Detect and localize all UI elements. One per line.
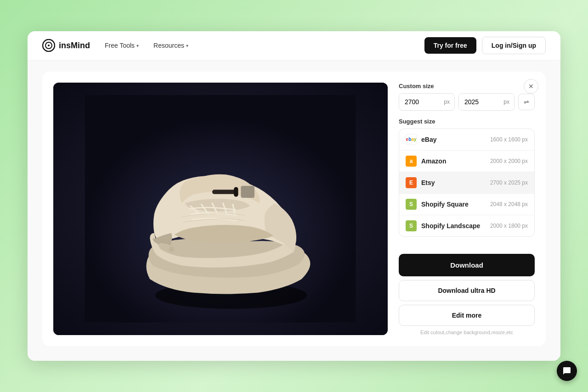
nav-resources-label: Resources: [153, 42, 184, 49]
nav-resources[interactable]: Resources ▾: [153, 42, 188, 49]
edit-more-button[interactable]: Edit more: [399, 305, 535, 326]
custom-size-label: Custom size: [399, 83, 535, 90]
svg-rect-5: [212, 190, 237, 194]
main-content: ✕ Custom size px px ⇌: [28, 61, 560, 361]
svg-rect-6: [234, 187, 238, 197]
nav-free-tools-chevron: ▾: [136, 43, 139, 48]
custom-size-section: Custom size px px ⇌: [399, 83, 535, 111]
svg-point-13: [169, 247, 175, 252]
ebay-size: 1600 x 1600 px: [490, 136, 528, 143]
platform-ebay[interactable]: ebay eBay 1600 x 1600 px: [399, 129, 534, 151]
right-panel: ✕ Custom size px px ⇌: [399, 83, 535, 335]
chat-icon: [562, 366, 571, 375]
height-input[interactable]: [459, 94, 499, 110]
chat-button[interactable]: [557, 361, 577, 381]
platform-amazon[interactable]: a Amazon 2000 x 2000 px: [399, 151, 534, 172]
shoe-svg: [70, 95, 371, 322]
download-ultra-hd-button[interactable]: Download ultra HD: [399, 280, 535, 301]
suggest-size-label: Suggest size: [399, 118, 535, 125]
width-input[interactable]: [399, 94, 439, 110]
amazon-size: 2000 x 2000 px: [490, 158, 528, 164]
browser-window: insMind Free Tools ▾ Resources ▾ Try for…: [28, 31, 560, 361]
image-panel: [53, 83, 388, 335]
logo: insMind: [42, 39, 90, 52]
size-inputs: px px ⇌: [399, 93, 535, 111]
ebay-name: eBay: [421, 136, 476, 143]
login-signup-button[interactable]: Log in/Sign up: [482, 37, 546, 54]
suggest-list: ebay eBay 1600 x 1600 px a Amazon 2000 x…: [399, 129, 535, 237]
action-buttons: Download Download ultra HD Edit more Edi…: [399, 254, 535, 335]
svg-point-2: [48, 45, 50, 46]
nav-free-tools[interactable]: Free Tools ▾: [105, 42, 139, 49]
navbar-right: Try for free Log in/Sign up: [424, 37, 546, 54]
platform-shopify-landscape[interactable]: S Shopify Landscape 2000 x 1800 px: [399, 215, 534, 236]
etsy-size: 2700 x 2025 px: [490, 179, 528, 186]
navbar-left: insMind Free Tools ▾ Resources ▾: [42, 39, 188, 52]
height-unit: px: [499, 94, 514, 110]
logo-icon: [42, 39, 55, 52]
nav-resources-chevron: ▾: [186, 43, 188, 48]
shopify-square-icon: S: [406, 199, 417, 210]
platform-shopify-square[interactable]: S Shopify Square 2048 x 2048 px: [399, 194, 534, 215]
download-button[interactable]: Download: [399, 254, 535, 276]
amazon-icon: a: [406, 156, 417, 167]
width-input-group: px: [399, 93, 455, 111]
suggest-size-section: Suggest size ebay eBay 1600 x 1600 px: [399, 118, 535, 246]
content-area: ✕ Custom size px px ⇌: [42, 72, 546, 346]
shopify-landscape-icon: S: [406, 220, 417, 231]
navbar: insMind Free Tools ▾ Resources ▾ Try for…: [28, 31, 560, 61]
try-for-free-button[interactable]: Try for free: [424, 37, 476, 54]
shoe-image: [53, 83, 388, 335]
nav-free-tools-label: Free Tools: [105, 42, 135, 49]
brand-name: insMind: [59, 41, 90, 50]
platform-etsy[interactable]: E Etsy 2700 x 2025 px: [399, 172, 534, 194]
close-button[interactable]: ✕: [524, 79, 538, 94]
link-dimensions-button[interactable]: ⇌: [518, 94, 535, 110]
ebay-icon: ebay: [406, 134, 417, 145]
edit-hint: Edit cutout,change background,resize,etc: [399, 330, 535, 335]
shopify-square-size: 2048 x 2048 px: [490, 201, 528, 207]
shopify-square-name: Shopify Square: [421, 201, 476, 208]
etsy-icon: E: [406, 177, 417, 188]
height-input-group: px: [458, 93, 514, 111]
shopify-landscape-size: 2000 x 1800 px: [490, 223, 528, 229]
svg-rect-7: [241, 186, 254, 198]
etsy-name: Etsy: [421, 179, 476, 186]
width-unit: px: [439, 94, 454, 110]
amazon-name: Amazon: [421, 157, 476, 165]
shopify-landscape-name: Shopify Landscape: [421, 222, 480, 230]
